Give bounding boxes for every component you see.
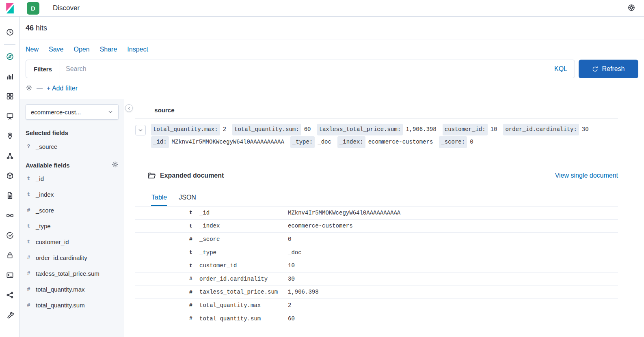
detail-field-name: total_quantity.max <box>199 302 288 309</box>
filter-bar: + Add filter <box>20 78 644 99</box>
doc-field-key: total_quantity.sum: <box>232 124 301 135</box>
table-row: t_indexecommerce-customers <box>135 220 618 233</box>
document-panel: _source total_quantity.max:2total_quanti… <box>124 99 644 337</box>
toolbar-link-open[interactable]: Open <box>73 46 89 53</box>
field-name: _score <box>36 207 54 214</box>
doc-field-value: MZknv4Ir5MMOKWcegyW64l0AAAAAAAAAA <box>172 136 284 148</box>
field-type-icon: t <box>26 176 31 182</box>
refresh-label: Refresh <box>602 65 625 73</box>
kibana-logo[interactable] <box>0 3 20 14</box>
fields-sidebar: ecommerce-cust... Selected fields ?_sour… <box>20 99 124 337</box>
doc-field-key: _type: <box>290 136 315 148</box>
machine-learning-icon[interactable] <box>3 150 16 163</box>
canvas-icon[interactable] <box>3 110 16 123</box>
visualize-icon[interactable] <box>3 70 16 83</box>
doc-field-value: 30 <box>582 124 589 135</box>
search-bar: Filters KQL <box>26 60 575 78</box>
doc-field-value: 1,906.398 <box>406 124 437 135</box>
detail-field-value: 10 <box>288 262 618 269</box>
search-input[interactable] <box>60 60 547 78</box>
table-row: tcustomer_id10 <box>135 259 618 273</box>
field-item-_index[interactable]: t_index <box>26 187 119 202</box>
hits-label: hits <box>36 24 47 32</box>
apm-icon[interactable] <box>3 209 16 222</box>
view-single-document-link[interactable]: View single document <box>555 172 618 179</box>
toolbar-link-inspect[interactable]: Inspect <box>127 46 148 53</box>
detail-field-name: _score <box>199 236 288 243</box>
detail-field-value: 2 <box>288 302 618 309</box>
field-name: _index <box>36 191 54 198</box>
fields-settings-button[interactable] <box>112 161 119 169</box>
field-type-icon: # <box>189 276 199 282</box>
field-type-icon: # <box>189 289 199 295</box>
field-item-total_quantity.sum[interactable]: #total_quantity.sum <box>26 297 119 313</box>
infrastructure-icon[interactable] <box>3 170 16 182</box>
refresh-button[interactable]: Refresh <box>579 60 638 78</box>
field-type-icon: t <box>26 223 31 229</box>
monitoring-icon[interactable] <box>3 289 16 302</box>
doc-field-key: _index: <box>337 136 365 148</box>
space-badge[interactable]: D <box>27 2 39 15</box>
expanded-document-section: Expanded document View single document T… <box>135 172 618 325</box>
toolbar-link-share[interactable]: Share <box>100 46 117 53</box>
field-item-order_id.cardinality[interactable]: #order_id.cardinality <box>26 250 119 266</box>
logs-icon[interactable] <box>3 189 16 202</box>
field-type-icon: # <box>189 236 199 242</box>
table-row: t_type_doc <box>135 246 618 260</box>
field-type-icon: # <box>189 316 199 322</box>
field-item-_id[interactable]: t_id <box>26 171 119 187</box>
field-item-total_quantity.max[interactable]: #total_quantity.max <box>26 281 119 297</box>
detail-field-value: ecommerce-customers <box>288 223 618 229</box>
filters-button[interactable]: Filters <box>26 60 60 78</box>
field-item-taxless_total_price.sum[interactable]: #taxless_total_price.sum <box>26 266 119 281</box>
field-type-icon: # <box>189 302 199 308</box>
siem-icon[interactable] <box>3 249 16 262</box>
kql-button[interactable]: KQL <box>547 60 575 78</box>
selected-fields-title: Selected fields <box>26 129 119 136</box>
maps-icon[interactable] <box>3 130 16 143</box>
chevron-down-icon <box>108 109 113 115</box>
filter-divider <box>37 88 43 89</box>
detail-field-name: order_id.cardinality <box>199 276 288 282</box>
filter-settings-button[interactable] <box>26 84 32 92</box>
toolbar-link-new[interactable]: New <box>26 46 39 53</box>
field-name: _id <box>36 175 44 182</box>
recently-viewed-icon[interactable] <box>3 26 16 39</box>
field-item-_source[interactable]: ?_source <box>26 139 119 155</box>
chevron-down-icon <box>138 127 143 133</box>
expanded-tabs: TableJSON <box>135 190 618 206</box>
tab-json[interactable]: JSON <box>178 190 197 206</box>
top-bar: D Discover <box>0 0 644 17</box>
field-name: order_id.cardinality <box>36 254 87 261</box>
field-item-_score[interactable]: #_score <box>26 202 119 218</box>
dashboard-icon[interactable] <box>3 90 16 103</box>
gear-icon <box>112 161 119 169</box>
add-filter-link[interactable]: + Add filter <box>47 85 78 92</box>
tab-table[interactable]: Table <box>151 190 167 206</box>
field-type-icon: t <box>189 223 199 229</box>
table-row: t_idMZknv4Ir5MMOKWcegyW64l0AAAAAAAAAA <box>135 206 618 220</box>
doc-field-key: _score: <box>439 136 467 148</box>
table-row: #total_quantity.max2 <box>135 299 618 312</box>
kibana-logo-icon <box>4 3 15 14</box>
main-area: 46 hits NewSaveOpenShareInspect Filters … <box>20 17 644 337</box>
management-icon[interactable] <box>3 309 16 322</box>
available-fields-header: Available fields <box>26 161 119 169</box>
available-fields-list: t_idt_index#_scoret_typetcustomer_id#ord… <box>26 171 119 313</box>
expand-document-button[interactable] <box>135 125 146 135</box>
toolbar-link-save[interactable]: Save <box>49 46 63 53</box>
source-column-header: _source <box>135 103 618 118</box>
uptime-icon[interactable] <box>3 229 16 242</box>
doc-field-value: 0 <box>470 136 473 148</box>
discover-icon[interactable] <box>3 50 16 63</box>
dev-tools-icon[interactable] <box>3 269 16 282</box>
field-item-_type[interactable]: t_type <box>26 218 119 234</box>
index-pattern-select[interactable]: ecommerce-cust... <box>26 104 119 120</box>
detail-field-name: taxless_total_price.sum <box>199 289 288 295</box>
field-item-customer_id[interactable]: tcustomer_id <box>26 234 119 250</box>
collapse-sidebar-button[interactable] <box>125 104 133 112</box>
detail-field-value: _doc <box>288 249 618 256</box>
field-type-icon: # <box>26 286 31 292</box>
table-row: #_score0 <box>135 233 618 246</box>
help-button[interactable] <box>628 4 635 13</box>
